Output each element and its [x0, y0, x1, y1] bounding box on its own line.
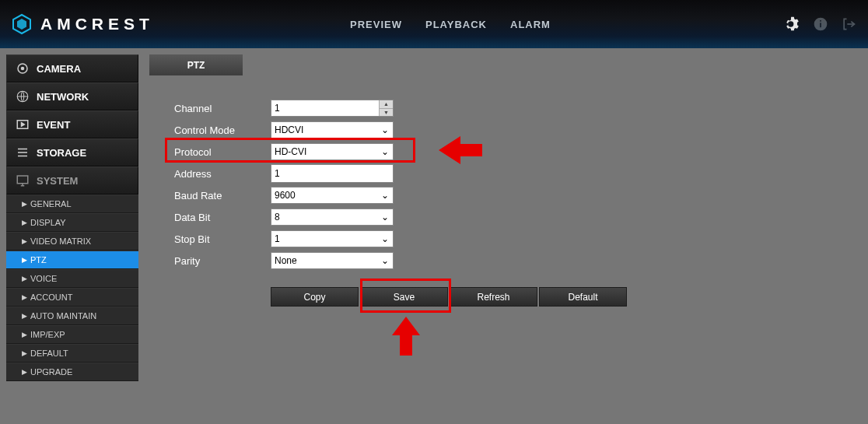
copy-button[interactable]: Copy	[271, 287, 359, 307]
logo: AMCREST	[11, 13, 154, 35]
main-content: PTZ Channel 1 ▲▼ Control Mode HDCVI ⌄ Pr…	[149, 54, 868, 381]
nav-preview[interactable]: PREVIEW	[350, 19, 402, 30]
system-sublist: ▶GENERAL ▶DISPLAY ▶VIDEO MATRIX ▶PTZ ▶VO…	[6, 194, 138, 381]
logo-icon	[11, 13, 33, 35]
address-input[interactable]: 1	[271, 164, 394, 183]
highlight-save	[360, 279, 451, 313]
sidebar-item-storage[interactable]: STORAGE	[6, 138, 138, 166]
chevron-right-icon: ▶	[22, 368, 27, 376]
sub-voice[interactable]: ▶VOICE	[6, 269, 138, 288]
sidebar-item-event[interactable]: EVENT	[6, 110, 138, 138]
nav-alarm[interactable]: ALARM	[510, 19, 551, 30]
chevron-right-icon: ▶	[22, 349, 27, 357]
sidebar-item-network[interactable]: NETWORK	[6, 82, 138, 110]
highlight-protocol	[165, 138, 415, 163]
sub-auto-maintain[interactable]: ▶AUTO MAINTAIN	[6, 307, 138, 325]
sub-imp-exp[interactable]: ▶IMP/EXP	[6, 325, 138, 344]
sub-video-matrix[interactable]: ▶VIDEO MATRIX	[6, 232, 138, 251]
baud-rate-select[interactable]: 9600 ⌄	[271, 187, 394, 204]
system-icon	[15, 173, 30, 188]
chevron-right-icon: ▶	[22, 237, 27, 245]
nav-playback[interactable]: PLAYBACK	[425, 19, 487, 30]
stop-bit-select[interactable]: 1 ⌄	[271, 230, 394, 247]
event-icon	[15, 117, 30, 132]
info-icon[interactable]	[812, 16, 829, 33]
chevron-right-icon: ▶	[22, 275, 27, 282]
chevron-right-icon: ▶	[22, 331, 27, 338]
sub-default[interactable]: ▶DEFAULT	[6, 344, 138, 363]
chevron-down-icon: ⌄	[379, 188, 391, 202]
chevron-down-icon: ⌄	[379, 254, 391, 268]
storage-icon	[15, 145, 30, 160]
label-control-mode: Control Mode	[174, 124, 271, 136]
chevron-down-icon: ⌄	[379, 232, 391, 246]
svg-point-4	[21, 67, 25, 71]
sidebar-item-camera[interactable]: CAMERA	[6, 54, 138, 82]
sidebar-label: CAMERA	[37, 63, 81, 75]
sub-display[interactable]: ▶DISPLAY	[6, 213, 138, 232]
header: AMCREST PREVIEW PLAYBACK ALARM	[0, 0, 868, 48]
sub-account[interactable]: ▶ACCOUNT	[6, 288, 138, 307]
parity-select[interactable]: None ⌄	[271, 252, 394, 269]
tab-ptz[interactable]: PTZ	[149, 54, 243, 75]
chevron-right-icon: ▶	[22, 256, 27, 264]
sidebar-label: EVENT	[37, 119, 70, 131]
spinner-icon[interactable]: ▲▼	[379, 100, 393, 116]
camera-icon	[15, 61, 30, 76]
control-mode-select[interactable]: HDCVI ⌄	[271, 121, 394, 138]
annotation-arrow-left-icon	[439, 136, 482, 164]
chevron-right-icon: ▶	[22, 312, 27, 320]
label-channel: Channel	[174, 103, 271, 114]
sub-general[interactable]: ▶GENERAL	[6, 194, 138, 213]
main-nav: PREVIEW PLAYBACK ALARM	[350, 0, 551, 48]
chevron-down-icon: ⌄	[379, 210, 391, 224]
sub-ptz[interactable]: ▶PTZ	[6, 251, 138, 269]
chevron-right-icon: ▶	[22, 200, 27, 208]
sub-upgrade[interactable]: ▶UPGRADE	[6, 363, 138, 381]
annotation-arrow-up-icon	[392, 317, 420, 356]
chevron-right-icon: ▶	[22, 293, 27, 301]
label-parity: Parity	[174, 255, 271, 267]
channel-input[interactable]: 1 ▲▼	[271, 100, 394, 117]
svg-rect-7	[17, 176, 28, 184]
settings-icon[interactable]	[784, 16, 801, 33]
default-button[interactable]: Default	[539, 287, 627, 307]
sidebar-item-system[interactable]: SYSTEM	[6, 166, 138, 194]
label-baud-rate: Baud Rate	[174, 190, 271, 201]
tab-row: PTZ	[149, 54, 868, 75]
chevron-right-icon: ▶	[22, 219, 27, 226]
sidebar-label: SYSTEM	[37, 175, 78, 187]
brand-label: AMCREST	[40, 15, 154, 33]
header-icons	[784, 0, 857, 48]
refresh-button[interactable]: Refresh	[450, 287, 537, 307]
logout-icon[interactable]	[840, 16, 857, 33]
sidebar-label: NETWORK	[37, 91, 89, 103]
svg-rect-1	[820, 23, 821, 27]
sidebar-label: STORAGE	[37, 147, 86, 159]
sidebar: CAMERA NETWORK EVENT STORAGE SYSTEM	[6, 54, 138, 381]
svg-rect-2	[820, 20, 821, 22]
chevron-down-icon: ⌄	[379, 123, 391, 137]
label-address: Address	[174, 168, 271, 180]
data-bit-select[interactable]: 8 ⌄	[271, 208, 394, 226]
label-stop-bit: Stop Bit	[174, 233, 271, 245]
label-data-bit: Data Bit	[174, 212, 271, 223]
network-icon	[15, 89, 30, 104]
